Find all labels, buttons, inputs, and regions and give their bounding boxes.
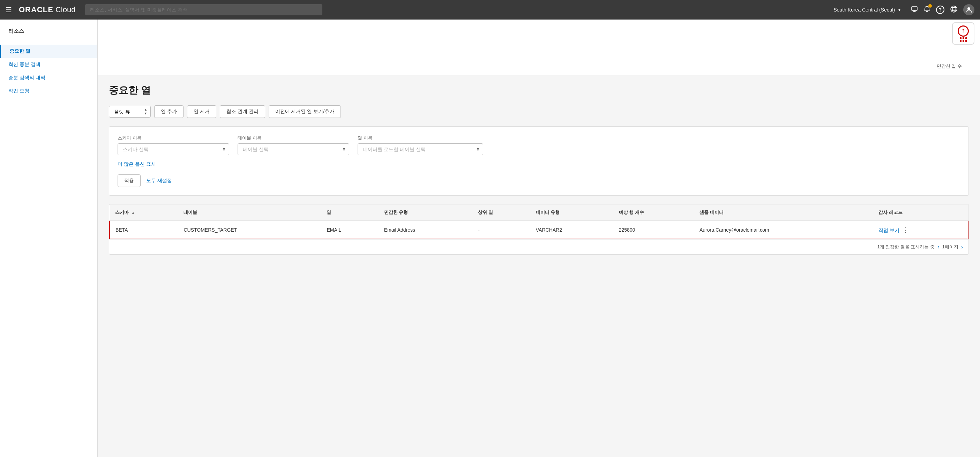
table-header: 스키마 ▲ 테이블 열 민감한 유형 상위 열 데이터 유형 예상 행 개수 샘… xyxy=(110,204,968,221)
sidebar-item-sensitive-columns[interactable]: 중요한 열 xyxy=(0,45,97,58)
pagination-prev-icon[interactable]: ‹ xyxy=(937,244,939,250)
svg-rect-0 xyxy=(912,6,917,11)
table-row: BETA CUSTOMERS_TARGET EMAIL Email Addres… xyxy=(110,221,968,239)
avatar[interactable] xyxy=(963,4,974,15)
chevron-down-icon: ▼ xyxy=(898,8,901,12)
cell-data-type: VARCHAR2 xyxy=(530,221,613,239)
schema-select-wrap: 스키마 선택 ⬍ xyxy=(118,143,229,155)
reset-filter-link[interactable]: 모두 재설정 xyxy=(146,178,172,184)
audit-view-link[interactable]: 작업 보기 xyxy=(878,228,899,233)
sidebar-item-work-request[interactable]: 작업 요청 xyxy=(0,84,97,98)
support-widget[interactable]: ? xyxy=(952,22,974,45)
apply-filter-button[interactable]: 적용 xyxy=(118,174,141,187)
table-select[interactable]: 테이블 선택 xyxy=(238,143,349,155)
column-label: 열 이름 xyxy=(358,135,483,141)
col-header-estimated-rows: 예상 행 개수 xyxy=(613,204,694,221)
view-select-wrap: 플랫 뷰 ▲▼ xyxy=(109,106,151,118)
schema-select[interactable]: 스키마 선택 xyxy=(118,143,229,155)
filter-row: 스키마 이름 스키마 선택 ⬍ 테이블 이름 테이 xyxy=(118,135,960,155)
col-header-sensitive-type: 민감한 유형 xyxy=(379,204,473,221)
page-label: 1페이지 xyxy=(942,244,958,250)
column-select[interactable]: 데이터를 로드할 테이블 선택 xyxy=(358,143,483,155)
manage-references-button[interactable]: 참조 관계 관리 xyxy=(220,105,265,118)
hamburger-icon[interactable]: ☰ xyxy=(6,6,12,14)
cell-schema: BETA xyxy=(110,221,178,239)
oracle-logo: ORACLE Cloud xyxy=(19,5,75,14)
monitor-icon[interactable] xyxy=(911,6,918,14)
top-navigation: ☰ ORACLE Cloud South Korea Central (Seou… xyxy=(0,0,980,19)
globe-icon[interactable] xyxy=(950,5,958,15)
pagination-next-icon[interactable]: › xyxy=(961,244,963,250)
oracle-text: ORACLE xyxy=(19,5,53,14)
main-content: 민감한 열 수 ? 중요한 열 플랫 뷰 xyxy=(98,19,980,457)
table-label: 테이블 이름 xyxy=(238,135,349,141)
sidebar-section-title: 리소스 xyxy=(0,28,97,39)
chart-label: 민감한 열 수 xyxy=(937,63,962,69)
global-search-input[interactable] xyxy=(85,4,322,15)
sidebar-item-discovery-history[interactable]: 증분 검색의 내역 xyxy=(0,71,97,84)
region-label: South Korea Central (Seoul) xyxy=(834,7,895,13)
page-title: 중요한 열 xyxy=(109,84,969,97)
cell-sensitive-type: Email Address xyxy=(379,221,473,239)
nav-icons: ? xyxy=(911,4,974,15)
filter-panel: 스키마 이름 스키마 선택 ⬍ 테이블 이름 테이 xyxy=(109,126,969,196)
schema-label: 스키마 이름 xyxy=(118,135,229,141)
help-icon[interactable]: ? xyxy=(936,6,944,14)
bell-badge xyxy=(928,4,932,8)
table-footer: 1개 민감한 열을 표시하는 중 ‹ 1페이지 › xyxy=(109,239,969,254)
cloud-text: Cloud xyxy=(56,5,75,14)
cell-table: CUSTOMERS_TARGET xyxy=(178,221,321,239)
cell-audit-record: 작업 보기 ⋮ xyxy=(873,221,968,239)
cell-sample-data: Aurora.Carney@oraclemail.com xyxy=(694,221,873,239)
bell-icon[interactable] xyxy=(923,6,931,14)
app-body: 리소스 중요한 열 최신 증분 검색 증분 검색의 내역 작업 요청 민감한 열… xyxy=(0,19,980,457)
svg-point-3 xyxy=(967,7,970,10)
cell-parent-col: - xyxy=(473,221,530,239)
chart-area: 민감한 열 수 ? xyxy=(98,19,980,75)
column-select-wrap: 데이터를 로드할 테이블 선택 ⬍ xyxy=(358,143,483,155)
table-summary: 1개 민감한 열을 표시하는 중 xyxy=(877,244,935,250)
page-section: 중요한 열 플랫 뷰 ▲▼ 열 추가 열 제거 참조 관계 관리 이전에 제거된… xyxy=(98,75,980,263)
cell-estimated-rows: 225800 xyxy=(613,221,694,239)
sidebar-item-recent-discovery[interactable]: 최신 증분 검색 xyxy=(0,58,97,71)
table-body: BETA CUSTOMERS_TARGET EMAIL Email Addres… xyxy=(110,221,968,239)
sidebar: 리소스 중요한 열 최신 증분 검색 증분 검색의 내역 작업 요청 xyxy=(0,19,98,457)
sort-asc-icon: ▲ xyxy=(132,211,135,215)
table-filter-field: 테이블 이름 테이블 선택 ⬍ xyxy=(238,135,349,155)
col-header-column: 열 xyxy=(321,204,378,221)
table-select-wrap: 테이블 선택 ⬍ xyxy=(238,143,349,155)
row-more-button[interactable]: ⋮ xyxy=(901,226,910,234)
toolbar: 플랫 뷰 ▲▼ 열 추가 열 제거 참조 관계 관리 이전에 제거된 열 보기/… xyxy=(109,105,969,118)
support-ring-icon: ? xyxy=(958,25,969,37)
table-container: 스키마 ▲ 테이블 열 민감한 유형 상위 열 데이터 유형 예상 행 개수 샘… xyxy=(109,204,969,255)
sensitive-columns-table: 스키마 ▲ 테이블 열 민감한 유형 상위 열 데이터 유형 예상 행 개수 샘… xyxy=(109,204,969,239)
filter-actions: 적용 모두 재설정 xyxy=(118,174,960,187)
col-header-data-type: 데이터 유형 xyxy=(530,204,613,221)
add-column-button[interactable]: 열 추가 xyxy=(154,105,183,118)
show-more-options-link[interactable]: 더 많은 옵션 표시 xyxy=(118,161,156,167)
view-removed-columns-button[interactable]: 이전에 제거된 열 보기/추가 xyxy=(269,105,341,118)
region-selector[interactable]: South Korea Central (Seoul) ▼ xyxy=(831,6,904,14)
col-header-audit-record: 감사 레코드 xyxy=(873,204,968,221)
support-widget-inner: ? xyxy=(958,25,969,42)
cell-column: EMAIL xyxy=(321,221,378,239)
view-select[interactable]: 플랫 뷰 xyxy=(109,106,151,118)
col-header-parent-col: 상위 열 xyxy=(473,204,530,221)
col-header-sample-data: 샘플 데이터 xyxy=(694,204,873,221)
support-dots-icon xyxy=(959,37,967,42)
schema-filter-field: 스키마 이름 스키마 선택 ⬍ xyxy=(118,135,229,155)
remove-column-button[interactable]: 열 제거 xyxy=(187,105,216,118)
col-header-schema: 스키마 ▲ xyxy=(110,204,178,221)
col-header-table: 테이블 xyxy=(178,204,321,221)
column-filter-field: 열 이름 데이터를 로드할 테이블 선택 ⬍ xyxy=(358,135,483,155)
